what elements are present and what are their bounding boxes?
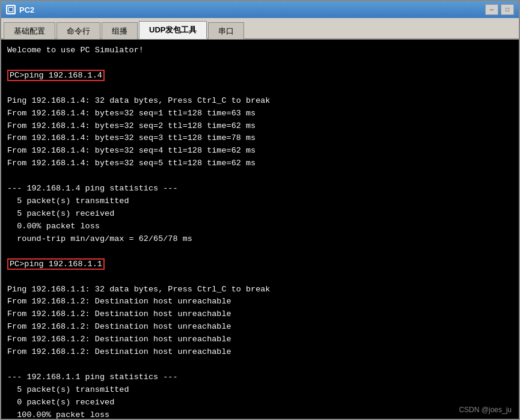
ping2-reply2: From 192.168.1.2: Destination host unrea…	[7, 308, 513, 321]
window: PC2 — □ 基础配置 命令行 组播 UDP发包工具 串口 Welcome t…	[0, 0, 520, 420]
ping1-stats-rtt: round-trip min/avg/max = 62/65/78 ms	[7, 233, 513, 246]
terminal-wrapper: Welcome to use PC Simulator! PC>ping 192…	[1, 40, 519, 419]
terminal-output[interactable]: Welcome to use PC Simulator! PC>ping 192…	[1, 40, 519, 419]
tab-zubo[interactable]: 组播	[102, 22, 138, 39]
cmd-ping2-line: PC>ping 192.168.1.1	[7, 258, 513, 271]
watermark: CSDN @joes_ju	[459, 406, 512, 414]
tab-bar: 基础配置 命令行 组播 UDP发包工具 串口	[1, 18, 519, 40]
blank-3	[7, 170, 513, 183]
ping2-stats-loss: 100.00% packet loss	[7, 409, 513, 419]
blank-1	[7, 57, 513, 70]
minimize-button[interactable]: —	[485, 4, 498, 15]
tab-chuankou[interactable]: 串口	[208, 22, 244, 39]
ping2-reply1: From 192.168.1.2: Destination host unrea…	[7, 296, 513, 308]
ping1-reply3: From 192.168.1.4: bytes=32 seq=3 ttl=128…	[7, 132, 513, 145]
tab-jichu[interactable]: 基础配置	[4, 22, 55, 39]
ping2-stats-header: --- 192.168.1.1 ping statistics ---	[7, 371, 513, 384]
cmd-ping1-block: PC>ping 192.168.1.4	[7, 70, 105, 81]
ping2-header: Ping 192.168.1.1: 32 data bytes, Press C…	[7, 284, 513, 296]
window-title: PC2	[19, 5, 485, 14]
blank-4	[7, 246, 513, 258]
ping2-stats-tx: 5 packet(s) transmitted	[7, 384, 513, 397]
ping1-stats-header: --- 192.168.1.4 ping statistics ---	[7, 183, 513, 195]
maximize-button[interactable]: □	[501, 4, 514, 15]
ping1-reply1: From 192.168.1.4: bytes=32 seq=1 ttl=128…	[7, 108, 513, 120]
ping2-reply3: From 192.168.1.2: Destination host unrea…	[7, 321, 513, 333]
ping2-reply4: From 192.168.1.2: Destination host unrea…	[7, 333, 513, 346]
tab-udp[interactable]: UDP发包工具	[139, 21, 207, 39]
cmd-ping2-block: PC>ping 192.168.1.1	[7, 258, 105, 270]
blank-6	[7, 359, 513, 371]
cmd-ping1-line: PC>ping 192.168.1.4	[7, 70, 513, 82]
svg-rect-1	[9, 8, 13, 11]
window-controls: — □	[485, 4, 514, 15]
welcome-line: Welcome to use PC Simulator!	[7, 44, 513, 57]
ping1-reply2: From 192.168.1.4: bytes=32 seq=2 ttl=128…	[7, 120, 513, 133]
blank-5	[7, 271, 513, 284]
ping1-header: Ping 192.168.1.4: 32 data bytes, Press C…	[7, 95, 513, 108]
ping2-stats-rx: 0 packet(s) received	[7, 397, 513, 409]
window-icon	[6, 5, 16, 14]
ping1-stats-rx: 5 packet(s) received	[7, 208, 513, 221]
ping1-stats-tx: 5 packet(s) transmitted	[7, 195, 513, 208]
ping1-reply5: From 192.168.1.4: bytes=32 seq=5 ttl=128…	[7, 157, 513, 170]
ping1-stats-loss: 0.00% packet loss	[7, 221, 513, 233]
title-bar: PC2 — □	[1, 1, 519, 18]
blank-2	[7, 82, 513, 95]
tab-minglinghang[interactable]: 命令行	[57, 22, 100, 39]
ping2-reply5: From 192.168.1.2: Destination host unrea…	[7, 346, 513, 359]
ping1-reply4: From 192.168.1.4: bytes=32 seq=4 ttl=128…	[7, 145, 513, 157]
